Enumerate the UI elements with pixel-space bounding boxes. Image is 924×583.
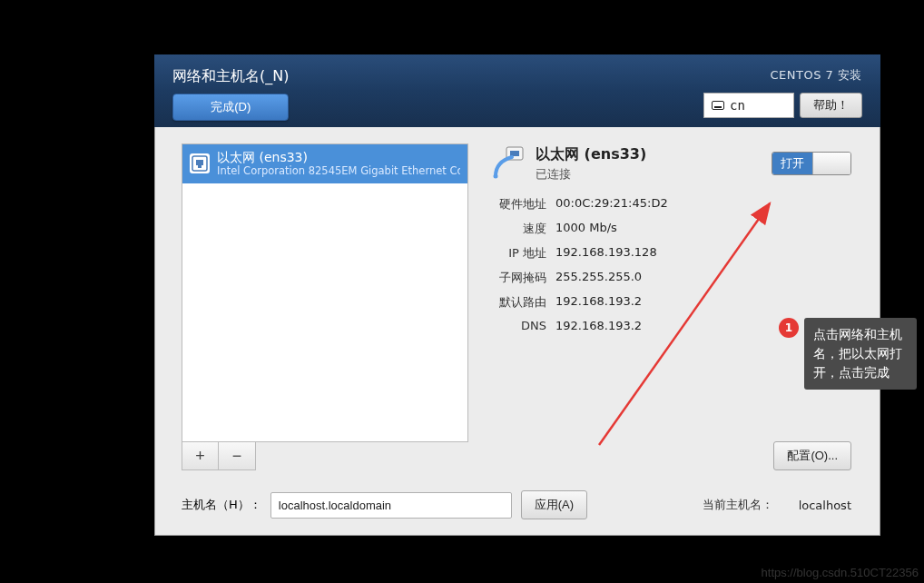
watermark: https://blog.csdn.510CT22356	[762, 566, 919, 579]
toggle-on-label: 打开	[772, 153, 812, 174]
list-controls: + −	[182, 442, 256, 470]
device-detail-column: 以太网 (ens33) 已连接 打开 硬件地址 00:0C:29:21:45:D…	[487, 143, 851, 470]
device-list[interactable]: 以太网 (ens33) Intel Corporation 82545EM Gi…	[182, 143, 468, 442]
keyboard-layout-indicator[interactable]: cn	[703, 93, 794, 118]
annotation-text: 点击网络和主机名，把以太网打开，点击完成	[804, 318, 917, 390]
annotation-callout: 1 点击网络和主机名，把以太网打开，点击完成	[779, 318, 917, 390]
svg-rect-1	[196, 160, 203, 165]
detail-title: 以太网 (ens33)	[536, 145, 646, 164]
svg-point-5	[494, 174, 498, 179]
ip-address-label: IP 地址	[490, 245, 546, 262]
hostname-input[interactable]	[270, 492, 512, 519]
done-button[interactable]: 完成(D)	[172, 94, 289, 121]
current-hostname-value: localhost	[799, 499, 851, 512]
annotation-badge: 1	[779, 318, 799, 338]
installer-title: CENTOS 7 安装	[771, 67, 862, 84]
dns-label: DNS	[490, 319, 546, 332]
hostname-row: 主机名（H）： 应用(A) 当前主机名： localhost	[182, 490, 851, 519]
lang-code: cn	[730, 98, 745, 113]
hw-address-value: 00:0C:29:21:45:D2	[555, 196, 851, 212]
ethernet-icon	[190, 153, 210, 173]
detail-status: 已连接	[536, 166, 646, 183]
ethernet-large-icon	[487, 143, 526, 183]
device-desc: Intel Corporation 82545EM Gigabit Ethern…	[217, 165, 460, 178]
hw-address-label: 硬件地址	[490, 196, 546, 212]
device-list-item[interactable]: 以太网 (ens33) Intel Corporation 82545EM Gi…	[182, 144, 467, 183]
page-title: 网络和主机名(_N)	[172, 67, 289, 86]
header-bar: 网络和主机名(_N) 完成(D) CENTOS 7 安装 cn 帮助！	[154, 54, 880, 127]
subnet-mask-value: 255.255.255.0	[555, 270, 851, 286]
gateway-value: 192.168.193.2	[555, 294, 851, 311]
properties-grid: 硬件地址 00:0C:29:21:45:D2 速度 1000 Mb/s IP 地…	[490, 196, 851, 332]
apply-hostname-button[interactable]: 应用(A)	[521, 490, 587, 519]
installer-window: 网络和主机名(_N) 完成(D) CENTOS 7 安装 cn 帮助！	[154, 54, 880, 536]
current-hostname-label: 当前主机名：	[703, 497, 773, 513]
svg-rect-2	[198, 165, 202, 168]
hostname-label: 主机名（H）：	[182, 497, 261, 513]
remove-device-button[interactable]: −	[219, 442, 255, 469]
speed-label: 速度	[490, 221, 546, 237]
keyboard-icon	[712, 101, 724, 110]
gateway-label: 默认路由	[490, 294, 546, 311]
ip-address-value: 192.168.193.128	[555, 245, 851, 262]
subnet-mask-label: 子网掩码	[490, 270, 546, 286]
help-button[interactable]: 帮助！	[800, 93, 862, 118]
device-list-column: 以太网 (ens33) Intel Corporation 82545EM Gi…	[182, 143, 468, 470]
connection-toggle[interactable]: 打开	[772, 152, 851, 175]
configure-button[interactable]: 配置(O)...	[773, 441, 851, 470]
body-area: 以太网 (ens33) Intel Corporation 82545EM Gi…	[154, 127, 880, 536]
add-device-button[interactable]: +	[182, 442, 219, 469]
speed-value: 1000 Mb/s	[555, 221, 851, 237]
toggle-handle	[812, 153, 850, 174]
device-name: 以太网 (ens33)	[217, 150, 460, 165]
